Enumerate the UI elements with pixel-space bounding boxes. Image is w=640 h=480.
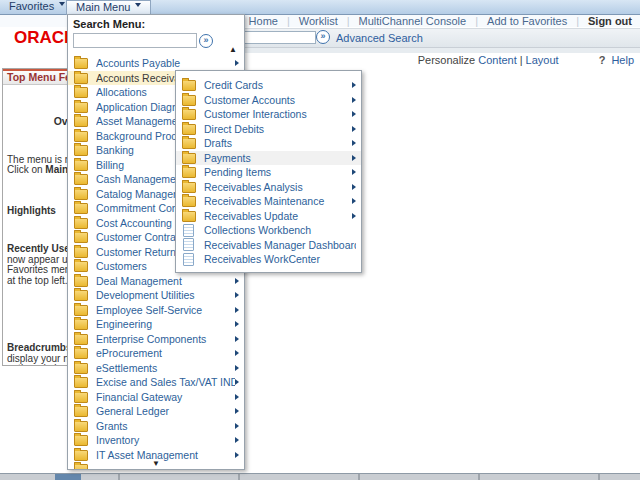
folder-icon (74, 363, 88, 374)
menu-item-accounts-payable[interactable]: Accounts Payable (68, 56, 244, 71)
submenu-item-receivables-manager-dashboard[interactable]: Receivables Manager Dashboard (176, 238, 361, 253)
menu-item-enterprise-components[interactable]: Enterprise Components (68, 332, 244, 347)
help-icon: ? (599, 54, 606, 66)
chevron-right-icon (352, 169, 356, 175)
folder-icon (74, 261, 88, 272)
folder-icon (182, 109, 196, 120)
favorites-menu-tab[interactable]: Favorites (0, 0, 74, 13)
menu-item-deal-management[interactable]: Deal Management (68, 274, 244, 289)
submenu-item-label: Pending Items (204, 166, 352, 178)
chevron-right-icon (352, 97, 356, 103)
folder-icon (74, 421, 88, 432)
submenu-item-receivables-maintenance[interactable]: Receivables Maintenance (176, 194, 361, 209)
chevron-right-icon (235, 423, 239, 429)
submenu-item-credit-cards[interactable]: Credit Cards (176, 78, 361, 93)
menu-item-general-ledger[interactable]: General Ledger (68, 404, 244, 419)
taskbar-strip[interactable] (0, 473, 640, 480)
submenu-item-label: Receivables WorkCenter (204, 253, 356, 265)
menu-item-grants[interactable]: Grants (68, 419, 244, 434)
folder-icon (74, 276, 88, 287)
menu-item-development-utilities[interactable]: Development Utilities (68, 288, 244, 303)
scroll-up-icon[interactable]: ▲ (229, 46, 237, 54)
chevron-right-icon (352, 126, 356, 132)
submenu-item-pending-items[interactable]: Pending Items (176, 165, 361, 180)
menu-item-financial-gateway[interactable]: Financial Gateway (68, 390, 244, 405)
chevron-right-icon (235, 394, 239, 400)
menu-item-engineering[interactable]: Engineering (68, 317, 244, 332)
peoplesoft-window: Favorites Main Menu Home | Worklist | Mu… (0, 0, 640, 480)
header-search-go-button[interactable]: » (316, 30, 330, 44)
home-link[interactable]: Home (249, 15, 278, 27)
breadcrumbs-bold: Breadcrumbs (7, 342, 71, 353)
submenu-item-drafts[interactable]: Drafts (176, 136, 361, 151)
menu-item-label: Excise and Sales Tax/VAT IND (96, 376, 235, 388)
sign-out-link[interactable]: Sign out (588, 15, 632, 27)
menu-item-employee-self-service[interactable]: Employee Self-Service (68, 303, 244, 318)
folder-icon (182, 182, 196, 193)
submenu-item-payments[interactable]: Payments (176, 151, 361, 166)
folder-icon (74, 189, 88, 200)
folder-icon (182, 95, 196, 106)
page-icon (183, 224, 194, 237)
folder-icon (74, 58, 88, 69)
folder-icon (182, 196, 196, 207)
personalize-label: Personalize (418, 54, 475, 66)
header-sub-band (230, 48, 640, 53)
chevron-down-icon (135, 3, 141, 10)
folder-icon (182, 124, 196, 135)
folder-icon (74, 203, 88, 214)
help-link[interactable]: Help (611, 54, 634, 66)
folder-icon (182, 80, 196, 91)
menu-item-label: Employee Self-Service (96, 304, 235, 316)
worklist-link[interactable]: Worklist (299, 15, 338, 27)
submenu-item-label: Drafts (204, 137, 352, 149)
chevron-down-icon (59, 2, 65, 9)
submenu-item-collections-workbench[interactable]: Collections Workbench (176, 223, 361, 238)
menu-search-input[interactable] (73, 33, 197, 48)
personalize-content-link[interactable]: Content (478, 54, 517, 66)
folder-icon (74, 232, 88, 243)
page-icon (183, 238, 194, 251)
chevron-right-icon (235, 336, 239, 342)
header-search-band: » Advanced Search (230, 28, 640, 48)
menu-item-label: Deal Management (96, 275, 235, 287)
submenu-item-customer-accounts[interactable]: Customer Accounts (176, 93, 361, 108)
folder-icon (74, 334, 88, 345)
menu-item-esettlements[interactable]: eSettlements (68, 361, 244, 376)
menu-item-inventory[interactable]: Inventory (68, 433, 244, 448)
folder-icon (74, 102, 88, 113)
separator: | (475, 15, 478, 27)
menu-item-eprocurement[interactable]: eProcurement (68, 346, 244, 361)
submenu-item-receivables-analysis[interactable]: Receivables Analysis (176, 180, 361, 195)
menu-item-label: Engineering (96, 318, 235, 330)
advanced-search-link[interactable]: Advanced Search (336, 32, 423, 44)
multichannel-console-link[interactable]: MultiChannel Console (359, 15, 467, 27)
main-menu-tab[interactable]: Main Menu (66, 0, 151, 15)
folder-icon (182, 153, 196, 164)
add-to-favorites-link[interactable]: Add to Favorites (487, 15, 567, 27)
chevron-right-icon (352, 111, 356, 117)
chevron-right-icon (235, 452, 239, 458)
folder-icon (74, 319, 88, 330)
folder-icon (74, 348, 88, 359)
chevron-right-icon (352, 155, 356, 161)
header-search-input[interactable] (244, 31, 316, 44)
chevron-right-icon (352, 140, 356, 146)
submenu-item-direct-debits[interactable]: Direct Debits (176, 122, 361, 137)
folder-icon (74, 87, 88, 98)
submenu-item-label: Payments (204, 152, 352, 164)
menu-tab-bar: Favorites Main Menu (0, 0, 640, 15)
personalize-layout-link[interactable]: Layout (526, 54, 559, 66)
main-menu-tab-label: Main Menu (76, 1, 130, 13)
folder-icon (74, 247, 88, 258)
submenu-item-receivables-workcenter[interactable]: Receivables WorkCenter (176, 252, 361, 267)
submenu-item-receivables-update[interactable]: Receivables Update (176, 209, 361, 224)
menu-search-go-button[interactable]: » (199, 34, 213, 48)
folder-icon (182, 138, 196, 149)
chevron-right-icon (235, 60, 239, 66)
menu-item-label: General Ledger (96, 405, 235, 417)
scroll-down-icon[interactable]: ▼ (68, 460, 244, 468)
menu-item-excise-and-sales-tax-vat-ind[interactable]: Excise and Sales Tax/VAT IND (68, 375, 244, 390)
menu-item-label: eProcurement (96, 347, 235, 359)
submenu-item-customer-interactions[interactable]: Customer Interactions (176, 107, 361, 122)
